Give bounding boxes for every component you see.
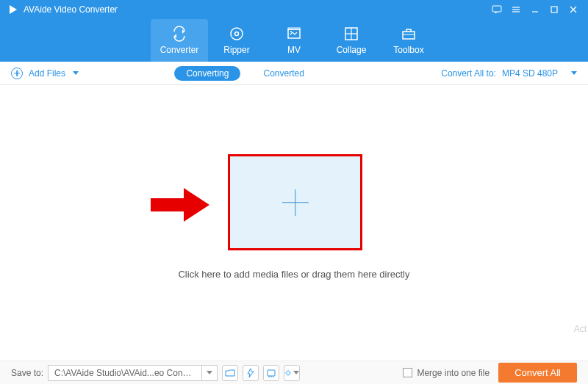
merge-label: Merge into one file — [417, 368, 490, 378]
collage-icon — [343, 26, 359, 42]
nav-label: MV — [287, 45, 301, 55]
high-speed-button[interactable] — [243, 365, 259, 381]
nav-label: Ripper — [223, 45, 249, 55]
tab-converted[interactable]: Converted — [251, 66, 315, 81]
svg-rect-24 — [268, 370, 275, 376]
svg-point-14 — [290, 31, 292, 32]
status-tabs: Converting Converted — [174, 66, 315, 81]
plus-icon — [282, 189, 309, 216]
convert-all-button[interactable]: Convert All — [498, 363, 577, 383]
gpu-accel-button[interactable] — [263, 365, 279, 381]
format-select[interactable]: MP4 SD 480P — [502, 68, 577, 79]
svg-line-35 — [290, 371, 290, 372]
nav-ripper[interactable]: Ripper — [208, 19, 265, 62]
titlebar: AVAide Video Converter — [0, 0, 588, 19]
svg-line-36 — [286, 374, 287, 375]
bottom-bar: Save to: C:\AVAide Studio\AVAid...eo Con… — [0, 361, 588, 384]
convert-all-label: Convert All to: — [441, 68, 496, 79]
app-title: AVAide Video Converter — [24, 4, 485, 15]
save-to-label: Save to: — [11, 368, 43, 378]
nav-label: Toolbox — [393, 45, 423, 55]
svg-line-34 — [290, 374, 290, 375]
svg-rect-21 — [151, 198, 184, 211]
svg-rect-19 — [403, 32, 415, 39]
main-area: Click here to add media files or drag th… — [0, 85, 588, 361]
converter-icon — [171, 26, 187, 42]
add-files-label: Add Files — [29, 68, 65, 79]
feedback-icon[interactable] — [490, 4, 504, 15]
dropzone-hint: Click here to add media files or drag th… — [0, 269, 588, 280]
add-media-dropzone[interactable] — [228, 154, 362, 250]
svg-marker-22 — [184, 188, 209, 222]
nav-mv[interactable]: MV — [265, 19, 323, 62]
tool-bar: Add Files Converting Converted Convert A… — [0, 62, 588, 85]
nav-label: Collage — [337, 45, 367, 55]
svg-rect-1 — [492, 6, 501, 12]
minimize-button[interactable] — [528, 5, 542, 14]
top-nav: Converter Ripper MV Collage Toolbox — [0, 19, 588, 62]
checkbox-icon — [403, 368, 412, 377]
mv-icon — [286, 26, 302, 42]
svg-point-28 — [287, 371, 290, 374]
open-folder-button[interactable] — [222, 365, 238, 381]
svg-point-12 — [235, 32, 239, 36]
app-logo-icon — [7, 4, 19, 15]
close-button[interactable] — [566, 5, 581, 14]
chevron-down-icon — [73, 71, 79, 75]
save-path-dropdown[interactable] — [201, 365, 218, 381]
maximize-button[interactable] — [547, 5, 562, 14]
toolbox-icon — [401, 26, 417, 42]
convert-all-group: Convert All to: MP4 SD 480P — [441, 68, 577, 79]
svg-rect-15 — [288, 28, 300, 29]
nav-converter[interactable]: Converter — [151, 19, 208, 62]
menu-icon[interactable] — [509, 4, 523, 15]
tab-converting[interactable]: Converting — [174, 66, 240, 81]
svg-rect-6 — [551, 7, 557, 12]
settings-button[interactable] — [284, 365, 300, 381]
annotation-arrow-icon — [151, 188, 209, 225]
plus-circle-icon — [11, 68, 23, 79]
nav-toolbox[interactable]: Toolbox — [380, 19, 437, 62]
svg-marker-23 — [248, 369, 254, 377]
chevron-down-icon — [207, 371, 212, 374]
chevron-down-icon — [293, 371, 299, 374]
nav-label: Converter — [160, 45, 199, 55]
watermark-text: Act — [574, 324, 587, 334]
format-value: MP4 SD 480P — [502, 68, 558, 79]
merge-checkbox[interactable]: Merge into one file — [403, 368, 490, 378]
add-files-button[interactable]: Add Files — [11, 68, 79, 79]
save-path-field[interactable]: C:\AVAide Studio\AVAid...eo Converter\Co… — [48, 365, 202, 381]
chevron-down-icon — [571, 71, 577, 75]
svg-marker-0 — [10, 5, 17, 14]
ripper-icon — [229, 26, 245, 42]
svg-line-33 — [286, 371, 287, 372]
svg-point-11 — [231, 28, 243, 40]
nav-collage[interactable]: Collage — [323, 19, 380, 62]
